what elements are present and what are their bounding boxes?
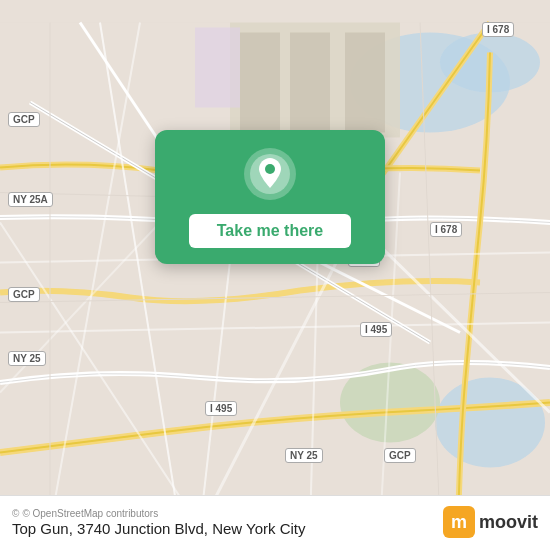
location-pin-icon [244,148,296,200]
action-card: Take me there [155,130,385,264]
moovit-logo-text: moovit [479,512,538,533]
bottom-bar: © © OpenStreetMap contributors Top Gun, … [0,495,550,550]
svg-text:m: m [451,512,467,532]
svg-point-33 [265,164,275,174]
moovit-logo-icon: m [443,506,475,538]
osm-text: © OpenStreetMap contributors [22,508,158,519]
road-label-gcp-2: GCP [8,287,40,302]
map-background: GCP GCP NY 25A NY 25A NY 25 NY 25 I 495 … [0,0,550,550]
road-label-ny25-1: NY 25 [8,351,46,366]
road-label-gcp-1: GCP [8,112,40,127]
location-name: Top Gun, 3740 Junction Blvd, New York Ci… [12,520,306,537]
svg-rect-8 [345,33,385,133]
road-label-i495-2: I 495 [360,322,392,337]
svg-rect-9 [195,28,240,108]
road-label-gcp-4: GCP [384,448,416,463]
map-container: GCP GCP NY 25A NY 25A NY 25 NY 25 I 495 … [0,0,550,550]
pin-icon-wrapper [244,148,296,204]
road-label-ny25a-1: NY 25A [8,192,53,207]
road-label-i678-2: I 678 [430,222,462,237]
location-info: © © OpenStreetMap contributors Top Gun, … [12,508,306,537]
svg-rect-6 [240,33,280,133]
take-me-there-button[interactable]: Take me there [189,214,351,248]
road-label-i678-1: I 678 [482,22,514,37]
road-label-i495-1: I 495 [205,401,237,416]
moovit-logo: m moovit [443,506,538,538]
svg-rect-7 [290,33,330,133]
road-label-ny25-2: NY 25 [285,448,323,463]
copyright-icon: © [12,508,19,519]
osm-attribution: © © OpenStreetMap contributors [12,508,306,519]
